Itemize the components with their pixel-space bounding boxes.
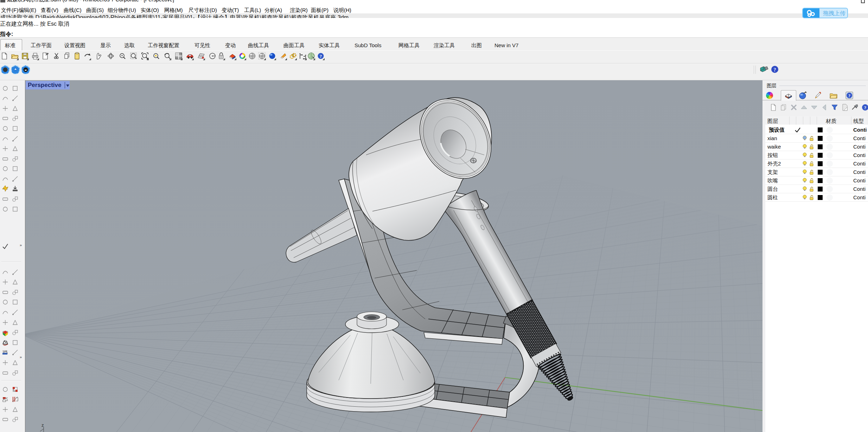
svg-text:123: 123 bbox=[2, 350, 7, 353]
svg-text:?: ? bbox=[864, 105, 867, 110]
svg-text:?: ? bbox=[774, 67, 776, 73]
svg-text:?: ? bbox=[320, 54, 322, 59]
svg-text:?: ? bbox=[848, 93, 850, 98]
